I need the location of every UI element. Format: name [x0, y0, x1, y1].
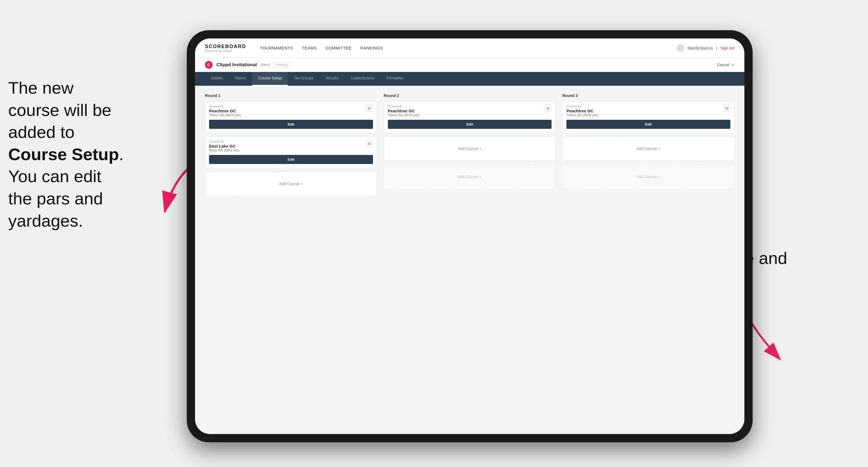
tournament-bar: C Clippd Invitational (Men) Hosting Canc… — [195, 58, 744, 72]
tournament-name: Clippd Invitational — [216, 62, 257, 68]
course-a-header: (Course A) Peachtree GC ⊟ — [205, 101, 377, 113]
round-1-label: Round 1 — [205, 93, 377, 98]
round3-course-a-tee: Yellow (M) (6629 yds) — [563, 113, 734, 117]
round1-add-course-text: Add Course + — [279, 182, 303, 186]
brand-name: SCOREBOARD — [205, 44, 246, 50]
tab-teams[interactable]: Teams — [229, 72, 252, 86]
nav-committee[interactable]: COMMITTEE — [326, 45, 351, 50]
round1-course-a-edit-button[interactable]: Edit — [209, 120, 373, 129]
user-avatar — [677, 44, 684, 52]
course-a-tee: Yellow (M) (6629 yds) — [205, 113, 377, 117]
cancel-button[interactable]: Cancel ✕ — [717, 63, 735, 67]
nav-tournaments[interactable]: TOURNAMENTS — [260, 45, 293, 50]
round3-course-a-delete-button[interactable]: ⊟ — [723, 105, 731, 112]
course-b-delete-button[interactable]: ⊟ — [366, 140, 373, 147]
round3-add-course-card[interactable]: Add Course + — [562, 136, 735, 161]
round-3-label: Round 3 — [562, 93, 735, 98]
left-annotation: The new course will be added to Course S… — [8, 77, 179, 232]
tablet-device: SCOREBOARD Powered by clippd TOURNAMENTS… — [187, 30, 753, 442]
round3-add-course-text: Add Course + — [637, 147, 660, 151]
round2-add-course-card[interactable]: Add Course + — [384, 136, 556, 161]
round-2-label: Round 2 — [384, 93, 556, 98]
sign-out-link[interactable]: Sign out — [720, 46, 735, 50]
round-1-column: Round 1 (Course A) Peachtree GC ⊟ Yellow… — [205, 93, 377, 199]
brand: SCOREBOARD Powered by clippd — [205, 44, 246, 53]
nav-links: TOURNAMENTS TEAMS COMMITTEE RANKINGS — [260, 45, 665, 50]
round1-add-course-card[interactable]: Add Course + — [205, 172, 377, 196]
round1-course-b-edit-button[interactable]: Edit — [209, 155, 373, 164]
tournament-gender: (Men) — [261, 63, 270, 67]
round3-course-a-name: Peachtree GC — [566, 108, 593, 113]
round3-add-course-disabled-card: Add Course + — [562, 164, 735, 189]
tournament-status: Hosting — [274, 62, 290, 68]
user-email: blair@clippd.io — [687, 46, 713, 50]
course-a-tag: (Course A) — [209, 105, 236, 108]
nav-rankings[interactable]: RANKINGS — [361, 45, 383, 50]
course-a-info: (Course A) Peachtree GC — [209, 105, 236, 113]
round2-add-course-text: Add Course + — [458, 147, 482, 151]
tournament-logo: C — [205, 61, 213, 69]
brand-subtitle: Powered by clippd — [205, 50, 246, 53]
round3-course-a-edit-button[interactable]: Edit — [566, 120, 731, 129]
course-a-name: Peachtree GC — [209, 108, 236, 113]
round2-course-a-header: (Course A) Peachtree GC ⊟ — [384, 101, 556, 113]
course-b-header: (Course B) East Lake GC ⊟ — [205, 136, 377, 148]
cancel-x-icon: ✕ — [731, 63, 735, 67]
round2-course-a-delete-button[interactable]: ⊟ — [545, 105, 552, 112]
round-2-column: Round 2 (Course A) Peachtree GC ⊟ Yellow… — [384, 93, 556, 199]
nav-teams[interactable]: TEAMS — [302, 45, 317, 50]
round1-course-a-card: (Course A) Peachtree GC ⊟ Yellow (M) (66… — [205, 101, 377, 133]
separator: | — [716, 46, 717, 50]
tab-details[interactable]: Details — [205, 72, 229, 86]
course-a-delete-button[interactable]: ⊟ — [366, 105, 373, 112]
round2-course-a-card: (Course A) Peachtree GC ⊟ Yellow (M) (66… — [384, 101, 556, 133]
round3-course-a-header: (Course A) Peachtree GC ⊟ — [563, 101, 734, 113]
round2-course-a-info: (Course A) Peachtree GC — [388, 105, 415, 113]
course-b-tag: (Course B) — [209, 140, 236, 143]
logo-letter: C — [207, 63, 210, 67]
nav-right: blair@clippd.io | Sign out — [677, 44, 735, 52]
round2-course-a-tee: Yellow (M) (6629 yds) — [384, 113, 556, 117]
tab-course-setup[interactable]: Course Setup — [252, 72, 288, 86]
tab-leaderboards[interactable]: Leaderboards — [345, 72, 380, 86]
top-nav: SCOREBOARD Powered by clippd TOURNAMENTS… — [195, 38, 744, 58]
round1-course-b-card: (Course B) East Lake GC ⊟ Black (M) (689… — [205, 136, 377, 168]
round3-course-a-tag: (Course A) — [566, 105, 593, 108]
round2-add-course-disabled-text: Add Course + — [458, 175, 482, 179]
round2-course-a-edit-button[interactable]: Edit — [388, 120, 552, 129]
rounds-grid: Round 1 (Course A) Peachtree GC ⊟ Yellow… — [205, 93, 735, 199]
tab-results[interactable]: Results — [320, 72, 345, 86]
tab-tee-groups[interactable]: Tee Groups — [288, 72, 320, 86]
round-3-column: Round 3 (Course A) Peachtree GC ⊟ Yellow… — [562, 93, 735, 199]
content-area: Round 1 (Course A) Peachtree GC ⊟ Yellow… — [195, 86, 744, 434]
course-b-name: East Lake GC — [209, 144, 236, 148]
tab-bar: Details Teams Course Setup Tee Groups Re… — [195, 72, 744, 86]
course-b-info: (Course B) East Lake GC — [209, 140, 236, 148]
round3-add-course-disabled-text: Add Course + — [637, 175, 660, 179]
course-setup-bold: Course Setup — [8, 145, 119, 164]
round2-course-a-tag: (Course A) — [388, 105, 415, 108]
tablet-screen: SCOREBOARD Powered by clippd TOURNAMENTS… — [195, 38, 744, 434]
round3-course-a-card: (Course A) Peachtree GC ⊟ Yellow (M) (66… — [562, 101, 735, 133]
round3-course-a-info: (Course A) Peachtree GC — [566, 105, 593, 113]
round2-add-course-disabled-card: Add Course + — [384, 164, 556, 189]
course-b-tee: Black (M) (6891 yds) — [205, 148, 377, 152]
round2-course-a-name: Peachtree GC — [388, 108, 415, 113]
tab-printables[interactable]: Printables — [380, 72, 409, 86]
